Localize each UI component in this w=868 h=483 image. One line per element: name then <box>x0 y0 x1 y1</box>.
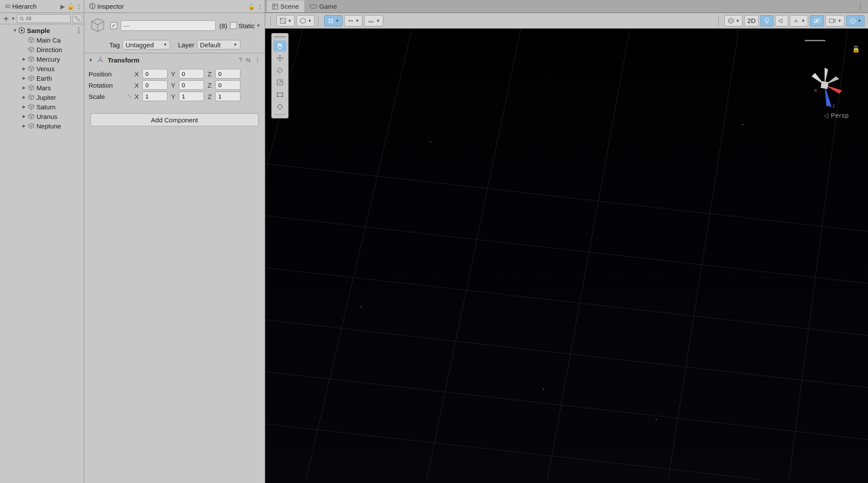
position-y-input[interactable] <box>179 69 204 79</box>
hierarchy-toolbar: ＋▼ All <box>0 13 84 24</box>
search-type-toggle[interactable] <box>72 14 82 23</box>
2d-toggle[interactable]: 2D <box>744 15 759 26</box>
rect-tool[interactable] <box>273 89 286 100</box>
move-tool[interactable] <box>273 53 286 64</box>
hierarchy-item[interactable]: Jupiter <box>0 92 84 102</box>
rotation-x-input[interactable] <box>142 80 168 90</box>
axis-y-label: Y <box>170 70 176 78</box>
hierarchy-item[interactable]: Uranus <box>0 112 84 121</box>
transform-tool[interactable] <box>273 101 286 112</box>
layer-dropdown[interactable]: Default ▼ <box>197 40 240 49</box>
gizmos-toggle[interactable]: ▼ <box>846 15 865 26</box>
preset-icon[interactable]: ⇆ <box>246 56 251 63</box>
scene-icon <box>272 3 278 10</box>
inspector-tab[interactable]: ⓘ Inspector <box>86 1 128 12</box>
hierarchy-item[interactable]: Saturn <box>0 102 84 112</box>
hierarchy-tab[interactable]: Hierarch <box>2 1 40 11</box>
component-menu-icon[interactable]: ⋮ <box>254 56 260 63</box>
svg-line-73 <box>664 29 742 480</box>
svg-line-78 <box>279 81 281 84</box>
hierarchy-list-icon <box>5 5 10 8</box>
object-name-input[interactable] <box>121 20 216 31</box>
skybox-toggle[interactable]: ▼ <box>724 15 743 26</box>
component-title: Transform <box>108 56 235 64</box>
scale-y-input[interactable] <box>179 92 204 101</box>
gameobject-icon[interactable] <box>89 16 107 35</box>
rotation-y-input[interactable] <box>179 80 204 90</box>
add-object-button[interactable]: ＋▼ <box>2 13 15 24</box>
rotation-z-input[interactable] <box>215 80 240 90</box>
inspector-lock-icon[interactable]: 🔓 <box>248 3 255 10</box>
static-label: Static <box>239 22 255 30</box>
help-icon[interactable]: ? <box>239 56 242 63</box>
inspector-tab-row: ⓘ Inspector 🔓 ⋮ <box>84 0 265 13</box>
active-checkbox[interactable] <box>110 22 117 29</box>
camera-button[interactable]: ▼ <box>825 15 845 26</box>
scale-tool[interactable] <box>273 77 286 88</box>
rotate-tool[interactable] <box>273 65 286 76</box>
scale-x-input[interactable] <box>142 92 168 101</box>
hierarchy-menu-icon[interactable]: ⋮ <box>76 3 82 10</box>
grid-snap-icon <box>327 17 334 24</box>
svg-rect-94 <box>821 81 829 89</box>
game-tab[interactable]: Game <box>304 0 342 12</box>
svg-rect-2 <box>75 16 77 18</box>
constrain-scale-icon[interactable] <box>126 93 133 100</box>
lock-icon[interactable]: 🔓 <box>67 3 74 10</box>
gameobject-cube-icon <box>28 122 35 129</box>
scene-row[interactable]: Sample ⋮ <box>0 26 84 35</box>
expand-icon[interactable]: ▶ <box>60 3 65 10</box>
scale-z-input[interactable] <box>215 92 240 101</box>
static-toggle[interactable]: Static ▼ <box>230 22 260 30</box>
fx-toggle[interactable]: ▼ <box>790 15 808 26</box>
hierarchy-search-input[interactable]: All <box>17 14 71 23</box>
multi-edit-count: (8) <box>219 22 227 30</box>
tag-value: Untagged <box>125 41 154 49</box>
hierarchy-item[interactable]: Venus <box>0 64 84 73</box>
scene-tab[interactable]: Scene <box>267 0 304 12</box>
grid-snap-button[interactable]: ▼ <box>324 15 342 26</box>
hierarchy-item[interactable]: Main Ca <box>0 35 84 45</box>
viewport-lock-icon[interactable]: 🔒 <box>852 45 860 53</box>
visibility-toggle[interactable] <box>810 15 824 26</box>
viewport-menu-icon[interactable]: ⋮ <box>857 3 864 10</box>
fold-caret-icon[interactable]: ▼ <box>89 58 93 62</box>
hand-tool[interactable] <box>273 40 286 52</box>
hierarchy-item[interactable]: Mars <box>0 83 84 92</box>
draw-mode-button[interactable]: ▼ <box>276 15 295 26</box>
perspective-button[interactable]: ▼ <box>296 15 315 26</box>
star-decoration <box>656 419 657 420</box>
transform-icon <box>96 56 104 64</box>
ruler-button[interactable]: ▼ <box>364 15 383 26</box>
hierarchy-item[interactable]: Mercury <box>0 54 84 64</box>
snap-increment-button[interactable]: ▼ <box>344 15 362 26</box>
svg-line-71 <box>421 29 526 480</box>
audio-toggle[interactable] <box>775 15 788 26</box>
tag-dropdown[interactable]: Untagged ▼ <box>122 40 170 49</box>
overlay-handle[interactable] <box>805 40 825 41</box>
hierarchy-item[interactable]: Direction <box>0 45 84 54</box>
chevron-down-icon[interactable]: ▼ <box>256 23 260 28</box>
layer-value: Default <box>200 41 221 49</box>
gameobject-cube-icon <box>28 46 35 53</box>
svg-line-72 <box>543 29 634 480</box>
component-header[interactable]: ▼ Transform ? ⇆ ⋮ <box>84 53 265 66</box>
scene-menu-icon[interactable]: ⋮ <box>76 26 82 34</box>
svg-rect-3 <box>78 19 79 20</box>
orientation-gizmo[interactable]: x z <box>794 55 855 115</box>
axis-x-label: x <box>814 87 817 93</box>
planet-object[interactable] <box>860 172 868 298</box>
lighting-toggle[interactable] <box>760 15 773 26</box>
add-component-button[interactable]: Add Component <box>90 113 259 126</box>
static-checkbox[interactable] <box>230 22 237 29</box>
shaded-icon <box>279 17 286 24</box>
position-z-input[interactable] <box>215 69 240 79</box>
hierarchy-item[interactable]: Earth <box>0 73 84 83</box>
hierarchy-item[interactable]: Neptune <box>0 121 84 131</box>
palette-grip[interactable] <box>273 35 286 39</box>
scene-viewport[interactable]: 🔒 <box>265 29 868 483</box>
perspective-label[interactable]: Persp <box>824 112 849 119</box>
svg-point-81 <box>282 92 283 94</box>
position-x-input[interactable] <box>142 69 168 79</box>
inspector-menu-icon[interactable]: ⋮ <box>257 3 263 10</box>
